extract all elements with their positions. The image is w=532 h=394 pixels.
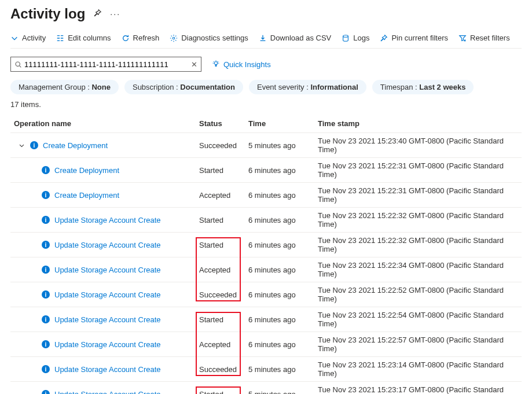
timestamp-text: Tue Nov 23 2021 15:22:54 GMT-0800 (Pacif… (314, 307, 522, 332)
filter-pill[interactable]: Timespan : Last 2 weeks (372, 80, 474, 94)
quick-insights-button[interactable]: Quick Insights (212, 60, 271, 69)
status-text: Started (199, 216, 223, 224)
status-text: Started (199, 241, 223, 249)
diagnostics-button[interactable]: Diagnostics settings (170, 34, 248, 42)
chevron-down-icon (10, 34, 19, 42)
toolbar: Activity Edit columns Refresh Diagnostic… (10, 34, 522, 49)
status-text: Succeeded (199, 365, 237, 374)
timestamp-text: Tue Nov 23 2021 15:22:31 GMT-0800 (Pacif… (314, 183, 522, 208)
info-icon: i (42, 216, 50, 224)
activity-button[interactable]: Activity (10, 34, 46, 42)
operation-link[interactable]: Update Storage Account Create (54, 315, 161, 324)
timestamp-text: Tue Nov 23 2021 15:22:32 GMT-0800 (Pacif… (314, 233, 522, 257)
timestamp-text: Tue Nov 23 2021 15:22:52 GMT-0800 (Pacif… (314, 282, 522, 307)
toolbar-label: Activity (22, 34, 46, 42)
svg-point-2 (16, 62, 20, 66)
status-text: Started (199, 166, 223, 175)
filter-pill[interactable]: Subscription : Documentation (124, 80, 243, 94)
operation-link[interactable]: Create Deployment (54, 191, 119, 200)
timestamp-text: Tue Nov 23 2021 15:22:57 GMT-0800 (Pacif… (314, 332, 522, 357)
timestamp-text: Tue Nov 23 2021 15:23:14 GMT-0800 (Pacif… (314, 357, 522, 382)
col-time[interactable]: Time (245, 115, 314, 133)
lightbulb-icon (212, 60, 220, 69)
reset-filters-button[interactable]: Reset filters (458, 34, 510, 42)
status-text: Accepted (199, 191, 230, 200)
pin-filters-button[interactable]: Pin current filters (380, 34, 448, 42)
chevron-down-icon[interactable] (19, 142, 25, 149)
timestamp-text: Tue Nov 23 2021 15:23:40 GMT-0800 (Pacif… (314, 133, 522, 158)
table-row[interactable]: iCreate DeploymentSucceeded5 minutes ago… (10, 133, 522, 158)
time-text: 6 minutes ago (245, 158, 314, 183)
info-icon: i (42, 191, 50, 199)
timestamp-text: Tue Nov 23 2021 15:22:32 GMT-0800 (Pacif… (314, 208, 522, 233)
col-timestamp[interactable]: Time stamp (314, 115, 522, 133)
toolbar-label: Logs (353, 34, 369, 42)
toolbar-label: Diagnostics settings (181, 34, 248, 42)
operation-link[interactable]: Update Storage Account Create (54, 340, 161, 349)
table-row[interactable]: iUpdate Storage Account CreateSucceeded5… (10, 357, 522, 382)
toolbar-label: Reset filters (470, 34, 510, 42)
table-row[interactable]: iCreate DeploymentAccepted6 minutes agoT… (10, 183, 522, 208)
table-row[interactable]: iUpdate Storage Account CreateStarted6 m… (10, 307, 522, 332)
filter-pills: Management Group : NoneSubscription : Do… (10, 80, 522, 94)
refresh-button[interactable]: Refresh (122, 34, 160, 42)
time-text: 6 minutes ago (245, 233, 314, 257)
logs-icon (342, 34, 350, 42)
operation-link[interactable]: Create Deployment (54, 166, 119, 175)
pill-value: Informational (310, 83, 358, 91)
gear-icon (170, 34, 178, 42)
operation-link[interactable]: Update Storage Account Create (54, 390, 161, 395)
clear-icon[interactable]: ✕ (191, 60, 197, 69)
info-icon: i (42, 315, 50, 323)
columns-icon (56, 34, 64, 42)
more-icon[interactable]: ··· (110, 9, 120, 19)
logs-button[interactable]: Logs (342, 34, 369, 42)
search-input[interactable] (24, 60, 191, 69)
info-icon: i (42, 365, 50, 373)
table-row[interactable]: iUpdate Storage Account CreateSucceeded6… (10, 282, 522, 307)
info-icon: i (42, 390, 50, 394)
table-row[interactable]: iUpdate Storage Account CreateStarted6 m… (10, 208, 522, 233)
pill-value: Last 2 weeks (419, 83, 465, 91)
svg-point-0 (173, 37, 175, 39)
filter-pill[interactable]: Event severity : Informational (249, 80, 366, 94)
operation-link[interactable]: Update Storage Account Create (54, 241, 161, 249)
info-icon: i (42, 340, 50, 348)
timestamp-text: Tue Nov 23 2021 15:22:31 GMT-0800 (Pacif… (314, 158, 522, 183)
operation-link[interactable]: Update Storage Account Create (54, 290, 161, 299)
col-operation[interactable]: Operation name (10, 115, 196, 133)
toolbar-label: Edit columns (68, 34, 111, 42)
time-text: 6 minutes ago (245, 183, 314, 208)
operation-link[interactable]: Update Storage Account Create (54, 266, 161, 274)
toolbar-label: Pin current filters (391, 34, 448, 42)
edit-columns-button[interactable]: Edit columns (56, 34, 111, 42)
item-count: 17 items. (10, 100, 522, 109)
pill-label: Timespan : (380, 83, 419, 91)
operation-link[interactable]: Create Deployment (43, 141, 108, 150)
time-text: 5 minutes ago (245, 382, 314, 395)
status-text: Accepted (199, 340, 230, 349)
reset-filter-icon (458, 34, 467, 42)
table-row[interactable]: iUpdate Storage Account CreateAccepted6 … (10, 332, 522, 357)
time-text: 6 minutes ago (245, 332, 314, 357)
table-row[interactable]: iUpdate Storage Account CreateStarted6 m… (10, 233, 522, 257)
svg-point-3 (214, 61, 217, 64)
refresh-icon (122, 34, 130, 42)
search-icon (14, 61, 22, 68)
status-text: Succeeded (199, 290, 237, 299)
download-button[interactable]: Download as CSV (259, 34, 332, 42)
info-icon: i (30, 141, 38, 149)
pin-icon[interactable] (93, 9, 102, 19)
col-status[interactable]: Status (196, 115, 245, 133)
pill-label: Event severity : (257, 83, 310, 91)
table-row[interactable]: iUpdate Storage Account CreateStarted5 m… (10, 382, 522, 395)
pill-value: Documentation (180, 83, 235, 91)
table-row[interactable]: iCreate DeploymentStarted6 minutes agoTu… (10, 158, 522, 183)
info-icon: i (42, 241, 50, 249)
status-text: Started (199, 315, 223, 324)
search-box[interactable]: ✕ (10, 57, 201, 72)
operation-link[interactable]: Update Storage Account Create (54, 216, 161, 224)
operation-link[interactable]: Update Storage Account Create (54, 365, 161, 374)
filter-pill[interactable]: Management Group : None (10, 80, 119, 94)
table-row[interactable]: iUpdate Storage Account CreateAccepted6 … (10, 257, 522, 282)
